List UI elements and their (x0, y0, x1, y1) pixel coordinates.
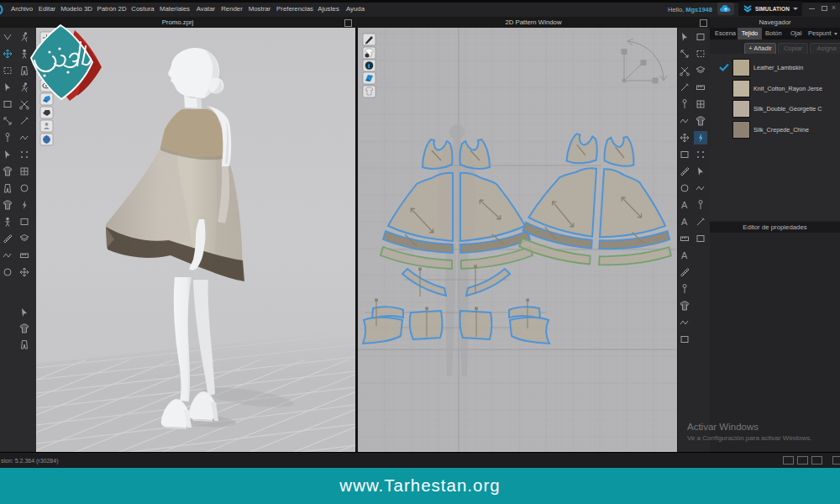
svg-text:i: i (368, 62, 370, 70)
svg-text:A: A (681, 250, 688, 260)
svg-text:A: A (681, 200, 688, 210)
svg-text:A: A (681, 217, 688, 227)
